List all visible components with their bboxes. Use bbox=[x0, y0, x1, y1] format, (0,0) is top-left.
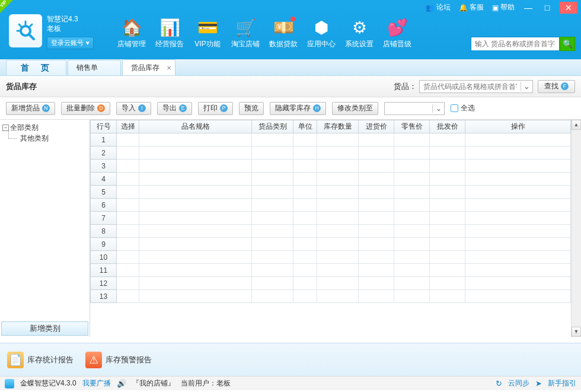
page-title: 货品库存 bbox=[6, 81, 37, 92]
tab-close-icon[interactable]: ✕ bbox=[167, 65, 171, 71]
table-row[interactable]: 5 bbox=[91, 186, 581, 199]
hide-zero-button[interactable]: 隐藏零库存 bbox=[270, 102, 326, 115]
col-spec[interactable]: 品名规格 bbox=[139, 120, 252, 133]
table-row[interactable]: 1 bbox=[91, 133, 581, 146]
tab-label: 销售单 bbox=[76, 63, 98, 73]
minimize-button[interactable]: — bbox=[519, 2, 537, 14]
col-cost[interactable]: 进货价 bbox=[359, 120, 394, 133]
document-tabs: 首 页 销售单 货品库存 ✕ bbox=[0, 59, 581, 76]
status-bar: 金蝶智慧记V4.3.0 我要广播 🔊 『我的店铺』 当前用户：老板 ↻ 云同步 … bbox=[0, 376, 581, 390]
scroll-up-icon[interactable]: ▲ bbox=[572, 120, 581, 130]
nav-settings[interactable]: ⚙ 系统设置 bbox=[340, 17, 378, 49]
svg-line-1 bbox=[30, 35, 34, 39]
select-all-checkbox[interactable]: 全选 bbox=[451, 103, 475, 113]
filter-select[interactable]: ⌄ bbox=[419, 80, 533, 93]
table-row[interactable]: 10 bbox=[91, 251, 581, 264]
tab-home[interactable]: 首 页 bbox=[6, 60, 66, 75]
find-button[interactable]: 查找 bbox=[538, 80, 575, 93]
tab-inventory[interactable]: 货品库存 ✕ bbox=[122, 59, 175, 75]
tab-sales-order[interactable]: 销售单 bbox=[68, 60, 121, 75]
sound-icon[interactable]: 🔊 bbox=[117, 379, 126, 388]
btn-label: 打印 bbox=[203, 103, 218, 113]
broadcast-link[interactable]: 我要广播 bbox=[82, 378, 111, 388]
tree-collapse-icon[interactable]: − bbox=[2, 125, 9, 131]
col-unit[interactable]: 单位 bbox=[293, 120, 317, 133]
row-number: 12 bbox=[91, 277, 117, 290]
report-label: 库存预警报告 bbox=[106, 355, 152, 365]
row-number: 5 bbox=[91, 186, 117, 199]
nav-loan[interactable]: 💴 数据贷款 bbox=[264, 17, 302, 49]
toolbar: 新增货品 批量删除 导入 导出 打印 预览 隐藏零库存 修改类别至 ⌄ 全选 bbox=[0, 97, 581, 120]
col-action[interactable]: 操作 bbox=[465, 120, 571, 133]
maximize-button[interactable]: □ bbox=[538, 2, 556, 14]
stock-stat-report[interactable]: 📄 库存统计报告 bbox=[7, 352, 74, 368]
vertical-scrollbar[interactable]: ▲ ▼ bbox=[571, 120, 581, 337]
table-row[interactable]: 9 bbox=[91, 238, 581, 251]
preview-button[interactable]: 预览 bbox=[239, 102, 264, 115]
import-button[interactable]: 导入 bbox=[116, 102, 151, 115]
page-subheader: 货品库存 货品： ⌄ 查找 bbox=[0, 76, 581, 97]
cloud-sync-link[interactable]: 云同步 bbox=[508, 378, 529, 388]
newbie-guide-link[interactable]: 新手指引 bbox=[548, 378, 576, 388]
badge-dot bbox=[290, 17, 295, 21]
app-meta: 智慧记4.3 老板 登录云账号 ▾ bbox=[47, 14, 94, 49]
window-top-right: 👥论坛 🔔客服 ▣帮助 — □ ✕ bbox=[422, 1, 577, 14]
col-category[interactable]: 货品类别 bbox=[252, 120, 293, 133]
search-icon: 🔍 bbox=[563, 39, 573, 49]
col-select[interactable]: 选择 bbox=[117, 120, 139, 133]
app-name: 智慧记4.3 bbox=[47, 14, 94, 24]
new-item-button[interactable]: 新增货品 bbox=[6, 102, 55, 115]
btn-label: 隐藏零库存 bbox=[275, 103, 311, 113]
nav-upgrade[interactable]: 💕 店铺晋级 bbox=[378, 17, 416, 49]
row-number: 1 bbox=[91, 133, 117, 146]
filter-input[interactable] bbox=[420, 82, 521, 91]
report-warning-icon: ⚠ bbox=[85, 352, 102, 368]
chevron-down-icon[interactable]: ⌄ bbox=[432, 104, 444, 113]
col-rownum[interactable]: 行号 bbox=[91, 120, 117, 133]
batch-delete-button[interactable]: 批量删除 bbox=[61, 102, 110, 115]
table-row[interactable]: 4 bbox=[91, 173, 581, 186]
tree-root[interactable]: − 全部类别 bbox=[2, 122, 90, 133]
login-dropdown[interactable]: 登录云账号 ▾ bbox=[47, 37, 94, 49]
forum-link[interactable]: 👥论坛 bbox=[422, 1, 454, 14]
col-stock[interactable]: 库存数量 bbox=[317, 120, 359, 133]
nav-vip[interactable]: 💳 VIP功能 bbox=[189, 17, 226, 49]
table-row[interactable]: 12 bbox=[91, 277, 581, 290]
table-row[interactable]: 11 bbox=[91, 264, 581, 277]
table-row[interactable]: 3 bbox=[91, 160, 581, 173]
help-link[interactable]: ▣帮助 bbox=[489, 1, 518, 14]
row-number: 7 bbox=[91, 212, 117, 225]
close-button[interactable]: ✕ bbox=[560, 2, 577, 14]
stock-warn-report[interactable]: ⚠ 库存预警报告 bbox=[85, 352, 152, 368]
header-search-button[interactable]: 🔍 bbox=[560, 37, 575, 51]
nav-taobao[interactable]: 🛒 淘宝店铺 bbox=[226, 17, 264, 49]
app-role: 老板 bbox=[47, 24, 94, 33]
row-number: 13 bbox=[91, 290, 117, 303]
category-select-input[interactable] bbox=[385, 104, 432, 113]
table-row[interactable]: 13 bbox=[91, 290, 581, 303]
scroll-down-icon[interactable]: ▼ bbox=[572, 327, 581, 337]
main-area: − 全部类别 其他类别 新增类别 行号 选择 品名规格 货品类别 单位 bbox=[0, 120, 581, 337]
nav-app-center[interactable]: ⬢ 应用中心 bbox=[302, 17, 340, 49]
row-number: 4 bbox=[91, 173, 117, 186]
table-row[interactable]: 2 bbox=[91, 146, 581, 160]
add-category-button[interactable]: 新增类别 bbox=[1, 321, 88, 336]
category-select[interactable]: ⌄ bbox=[384, 102, 445, 115]
tree-child[interactable]: 其他类别 bbox=[2, 133, 90, 144]
export-button[interactable]: 导出 bbox=[157, 102, 192, 115]
data-table: 行号 选择 品名规格 货品类别 单位 库存数量 进货价 零售价 批发价 操作 1… bbox=[90, 120, 581, 303]
table-row[interactable]: 8 bbox=[91, 225, 581, 238]
col-wholesale[interactable]: 批发价 bbox=[430, 120, 465, 133]
nav-report[interactable]: 📊 经营报告 bbox=[151, 17, 189, 49]
service-link[interactable]: 🔔客服 bbox=[455, 1, 487, 14]
change-category-button[interactable]: 修改类别至 bbox=[332, 102, 378, 115]
chevron-down-icon[interactable]: ⌄ bbox=[521, 82, 532, 91]
table-row[interactable]: 7 bbox=[91, 212, 581, 225]
print-button[interactable]: 打印 bbox=[198, 102, 233, 115]
nav-store-manage[interactable]: 🏠 店铺管理 bbox=[113, 17, 151, 49]
nav-label: 淘宝店铺 bbox=[226, 39, 264, 49]
header-search-input[interactable] bbox=[471, 37, 560, 51]
table-row[interactable]: 6 bbox=[91, 199, 581, 212]
shortcut-p-icon bbox=[220, 104, 228, 112]
col-retail[interactable]: 零售价 bbox=[394, 120, 430, 133]
